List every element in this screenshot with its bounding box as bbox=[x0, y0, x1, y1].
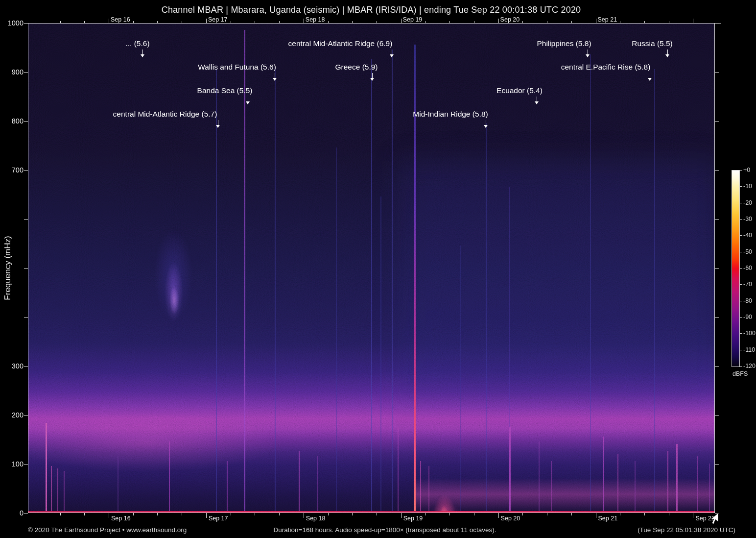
x-axis-minor-tick bbox=[255, 513, 255, 515]
colorbar-tick-label: -110 bbox=[743, 346, 755, 353]
colorbar bbox=[732, 170, 740, 367]
x-axis-minor-tick bbox=[522, 513, 523, 515]
x-axis-minor-tick bbox=[644, 513, 645, 515]
post-event-noise-region bbox=[401, 161, 715, 396]
event-line bbox=[118, 456, 118, 513]
down-arrow-icon bbox=[140, 49, 145, 57]
x-axis-major-tick bbox=[498, 19, 499, 23]
footer-timestamp: (Tue Sep 22 05:01:38 2020 UTC) bbox=[638, 526, 735, 534]
x-axis-major-tick bbox=[304, 513, 304, 518]
x-axis-minor-tick bbox=[449, 21, 450, 23]
colorbar-unit-label: dBFS bbox=[732, 370, 748, 377]
colorbar-tick bbox=[740, 284, 742, 285]
x-axis-minor-tick bbox=[425, 513, 425, 515]
x-axis-minor-tick bbox=[474, 21, 474, 23]
y-axis-label: 700 bbox=[2, 166, 24, 174]
colorbar-tick-label: -40 bbox=[743, 232, 752, 239]
y-axis-label: 800 bbox=[2, 117, 24, 125]
spectrogram-plot bbox=[28, 23, 715, 513]
colorbar-tick bbox=[740, 268, 742, 269]
x-axis-minor-tick bbox=[84, 21, 85, 23]
x-axis-major-tick bbox=[401, 19, 402, 23]
down-arrow-icon bbox=[534, 97, 540, 104]
x-axis-major-tick bbox=[596, 19, 596, 23]
x-axis-minor-tick bbox=[644, 21, 645, 23]
resonance-blob bbox=[133, 206, 216, 343]
event-annotation-label: Philippines (5.8) bbox=[537, 39, 591, 48]
footer-duration: Duration=168 hours. Audio speed-up=1800×… bbox=[274, 526, 496, 534]
event-line bbox=[227, 461, 228, 513]
y-axis-tick-left bbox=[24, 513, 28, 514]
x-axis-minor-tick bbox=[328, 21, 329, 23]
x-axis-major-tick bbox=[498, 513, 499, 518]
down-arrow-icon bbox=[245, 97, 251, 104]
x-axis-minor-tick bbox=[620, 513, 620, 515]
x-axis-minor-tick bbox=[352, 513, 353, 515]
colorbar-tick bbox=[740, 366, 742, 367]
x-axis-label-bottom: Sep 16 bbox=[111, 515, 131, 522]
arrow-head bbox=[390, 54, 394, 57]
x-axis-major-tick bbox=[693, 19, 693, 23]
y-axis-tick-left bbox=[24, 317, 28, 318]
event-line bbox=[336, 147, 337, 513]
arrow-head bbox=[216, 125, 220, 128]
event-line bbox=[709, 464, 710, 513]
colorbar-tick bbox=[740, 186, 742, 187]
x-axis-major-tick bbox=[109, 19, 109, 23]
x-axis-label-bottom: Sep 21 bbox=[598, 515, 618, 522]
colorbar-tick bbox=[740, 350, 742, 350]
arrow-head bbox=[273, 78, 277, 81]
y-axis-tick-right bbox=[715, 366, 719, 367]
x-axis-minor-tick bbox=[547, 21, 547, 23]
x-axis-minor-tick bbox=[377, 513, 377, 515]
event-annotation-label: central E.Pacific Rise (5.8) bbox=[561, 63, 651, 72]
colorbar-tick bbox=[740, 219, 742, 220]
x-axis-label-top: Sep 16 bbox=[111, 16, 130, 23]
y-axis-tick-right bbox=[715, 72, 719, 73]
event-line bbox=[216, 69, 217, 513]
colorbar-tick bbox=[740, 252, 742, 252]
event-line bbox=[317, 456, 318, 513]
down-arrow-icon bbox=[272, 73, 278, 81]
y-axis-tick-right bbox=[715, 317, 719, 318]
event-line bbox=[392, 49, 393, 513]
y-axis-tick-right bbox=[715, 415, 719, 416]
event-line bbox=[486, 123, 487, 513]
colorbar-tick bbox=[740, 235, 742, 236]
event-line bbox=[617, 454, 618, 513]
x-axis-minor-tick bbox=[84, 513, 85, 515]
event-annotation-label: Russia (5.5) bbox=[632, 39, 673, 48]
event-annotation-label: ... (5.6) bbox=[125, 39, 149, 48]
arrow-head bbox=[665, 54, 669, 57]
zero-hz-line bbox=[28, 511, 714, 513]
x-axis-minor-tick bbox=[279, 513, 280, 515]
event-line bbox=[635, 461, 636, 513]
y-axis-tick-right bbox=[715, 121, 719, 122]
y-axis-tick-left bbox=[24, 121, 28, 122]
event-line bbox=[654, 69, 655, 513]
footer-copyright: © 2020 The Earthsound Project • www.eart… bbox=[28, 526, 187, 534]
x-axis-minor-tick bbox=[182, 513, 182, 515]
x-axis-major-tick bbox=[206, 513, 207, 518]
x-axis-minor-tick bbox=[157, 21, 158, 23]
y-axis-label: 300 bbox=[2, 362, 24, 370]
colorbar-tick-label: -120 bbox=[743, 363, 756, 369]
sep19-event-blob bbox=[402, 482, 486, 513]
arrow-head bbox=[648, 78, 652, 81]
x-axis-label-bottom: Sep 17 bbox=[209, 515, 228, 522]
event-annotation-label: Banda Sea (5.5) bbox=[197, 86, 253, 95]
x-axis-minor-tick bbox=[474, 513, 474, 515]
down-arrow-icon bbox=[370, 73, 375, 81]
colorbar-tick bbox=[740, 317, 742, 318]
event-line bbox=[676, 444, 678, 513]
event-line bbox=[64, 471, 65, 513]
arrow-head bbox=[535, 101, 539, 104]
colorbar-tick-label: -90 bbox=[743, 314, 752, 320]
y-axis-tick-right bbox=[715, 464, 719, 465]
x-axis-minor-tick bbox=[571, 513, 572, 515]
x-axis-major-tick bbox=[401, 513, 402, 518]
event-line bbox=[697, 456, 698, 513]
x-axis-minor-tick bbox=[669, 21, 669, 23]
arrow-head bbox=[141, 54, 144, 57]
y-axis-label: 900 bbox=[2, 68, 24, 76]
